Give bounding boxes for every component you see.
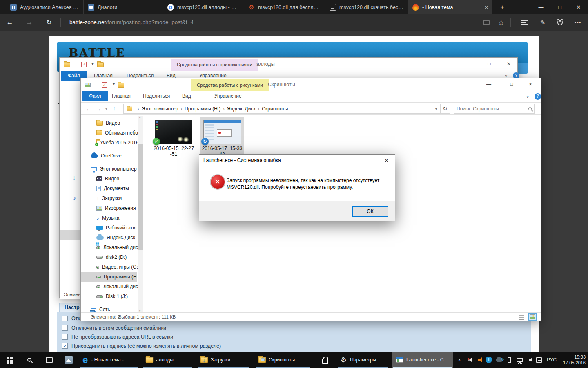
- tab-close-icon[interactable]: ✕: [484, 4, 488, 10]
- start-button[interactable]: [0, 352, 20, 368]
- browser-close-button[interactable]: ✕: [569, 0, 588, 14]
- tab-dll-site-2[interactable]: msvcp120.dll скачать беспл: [325, 0, 408, 14]
- yandex-disk-tray-icon[interactable]: [494, 352, 504, 368]
- thumbnail-view-icon[interactable]: [528, 313, 537, 321]
- tab-new-topic-active[interactable]: - Новая тема ✕: [408, 0, 492, 14]
- details-view-icon[interactable]: [519, 314, 524, 320]
- collapse-ribbon-icon[interactable]: ˅: [526, 94, 529, 99]
- task-view-button[interactable]: [39, 352, 59, 368]
- context-ribbon-label[interactable]: Средства работы с приложениями: [171, 59, 258, 71]
- taskbar-settings-button[interactable]: ⚙ Параметры: [336, 352, 389, 368]
- sidebar-item[interactable]: Видео: [81, 118, 138, 128]
- breadcrumb-item[interactable]: Программы (H:): [185, 106, 220, 112]
- browser-minimize-button[interactable]: —: [532, 0, 550, 14]
- tab-google-search[interactable]: G msvcp120.dll аллоды - Пои: [163, 0, 244, 14]
- qat-customize-icon[interactable]: ▾: [91, 61, 94, 66]
- context-ribbon-label[interactable]: Средства работы с рисунками: [191, 79, 269, 91]
- banner-search-button[interactable]: [517, 63, 528, 74]
- hub-icon[interactable]: [517, 14, 532, 31]
- breadcrumb-item[interactable]: Скриншоты: [262, 106, 288, 112]
- photos-app-button[interactable]: [59, 352, 78, 368]
- volume-app-icon[interactable]: [474, 352, 483, 368]
- tab-share[interactable]: Поделиться: [138, 91, 175, 101]
- taskbar-folder-screenshots-button[interactable]: Скриншоты: [255, 352, 311, 368]
- checkbox[interactable]: [62, 334, 68, 340]
- tab-view[interactable]: Вид: [177, 91, 196, 101]
- qat-check-icon[interactable]: ✓: [81, 62, 87, 67]
- tab-file[interactable]: Файл: [82, 91, 108, 101]
- file-thumbnail-screenshot[interactable]: [203, 120, 241, 144]
- tab-home[interactable]: Главная: [107, 91, 136, 101]
- file-name[interactable]: 2016-05-15_22-27 -51: [142, 146, 205, 157]
- language-indicator[interactable]: РУС: [545, 352, 559, 368]
- qat-new-folder-icon[interactable]: [118, 83, 124, 88]
- scroll-up-icon[interactable]: ∧: [139, 116, 141, 119]
- qat-folder-icon[interactable]: [64, 62, 70, 67]
- dialog-close-button[interactable]: ✕: [377, 155, 396, 166]
- search-box[interactable]: [454, 104, 535, 114]
- qat-customize-icon[interactable]: ▾: [113, 82, 115, 86]
- taskbar-clock[interactable]: 15:33 17.05.2016: [560, 352, 586, 368]
- muted-app-icon[interactable]: ✕: [465, 352, 474, 368]
- sidebar-item[interactable]: Видео, игры (G:: [81, 262, 138, 272]
- browser-restore-button[interactable]: □: [550, 0, 569, 14]
- nav-back-icon[interactable]: ←: [86, 105, 91, 112]
- refresh-icon[interactable]: ↻: [41, 14, 57, 31]
- minimize-button[interactable]: —: [480, 78, 498, 90]
- checkbox-checked[interactable]: ✓: [62, 343, 68, 349]
- qat-new-folder-icon[interactable]: [97, 62, 104, 67]
- close-button[interactable]: ✕: [500, 58, 518, 70]
- favorites-star-icon[interactable]: ☆: [493, 14, 509, 31]
- sidebar-item-selected[interactable]: Программы (H:: [81, 272, 138, 282]
- usb-device-icon[interactable]: [505, 352, 514, 368]
- network-tray-icon[interactable]: [514, 352, 524, 368]
- taskbar-folder-allody-button[interactable]: аллоды: [142, 352, 194, 368]
- back-icon[interactable]: ←: [2, 14, 18, 31]
- sidebar-item[interactable]: ✓Учеба 2015-2016: [81, 138, 138, 148]
- sidebar-item[interactable]: Рабочий стол: [81, 223, 138, 233]
- taskbar-edge-button[interactable]: e - Новая тема - ...: [78, 352, 140, 368]
- forward-icon[interactable]: →: [21, 14, 38, 31]
- sidebar-item[interactable]: ↓Загрузки: [81, 193, 138, 203]
- close-button[interactable]: ✕: [521, 78, 539, 90]
- ok-button[interactable]: ОК: [352, 206, 388, 217]
- nav-up-icon[interactable]: ↑: [113, 105, 116, 112]
- tab-manage[interactable]: Управление: [209, 91, 247, 101]
- sidebar-item[interactable]: Disk 1 (J:): [81, 292, 138, 301]
- nav-forward-icon[interactable]: →: [96, 105, 101, 112]
- web-note-icon[interactable]: ✎: [535, 14, 550, 31]
- breadcrumb[interactable]: › Этот компьютер › Программы (H:) › Янде…: [123, 104, 432, 114]
- url-field[interactable]: battle-zone.net/forum/posting.php?mode=p…: [69, 14, 194, 31]
- tab-dll-site-1[interactable]: ⚙ msvcp120.dll для бесплатн: [244, 0, 325, 14]
- tray-expand-icon[interactable]: ∧: [455, 352, 464, 368]
- minimize-button[interactable]: —: [458, 58, 476, 70]
- sidebar-item[interactable]: Локальный дис: [81, 242, 138, 252]
- sidebar-item-this-pc[interactable]: Этот компьютер: [81, 164, 138, 174]
- more-icon[interactable]: •••: [570, 14, 586, 31]
- checkbox[interactable]: [62, 325, 68, 331]
- action-center-icon[interactable]: [534, 352, 544, 368]
- qat-app-icon[interactable]: [85, 83, 91, 87]
- taskbar-search-button[interactable]: [20, 352, 39, 368]
- file-thumbnail-car[interactable]: [155, 120, 192, 144]
- scroll-down-icon[interactable]: ∨: [139, 309, 141, 312]
- help-icon[interactable]: ?: [535, 93, 541, 100]
- music-icon[interactable]: ♪: [73, 195, 76, 201]
- nav-history-icon[interactable]: ▾: [105, 107, 107, 111]
- sidebar-item[interactable]: Документы: [81, 184, 138, 193]
- maximize-button[interactable]: □: [503, 78, 521, 90]
- speaker-tray-icon[interactable]: [525, 352, 534, 368]
- sidebar-item[interactable]: Обнимая небо: [81, 128, 138, 138]
- search-input[interactable]: [457, 106, 528, 112]
- sidebar-item[interactable]: Локальный дис: [81, 282, 138, 292]
- address-dropdown-icon[interactable]: ▾: [432, 104, 441, 114]
- sidebar-item[interactable]: Видео: [81, 174, 138, 184]
- taskbar-launcher-button-active[interactable]: Launcher.exe - C...: [392, 352, 453, 368]
- tab-vk-audio[interactable]: Аудиозаписи Алексея Ярц: [6, 0, 84, 14]
- sidebar-item[interactable]: Яндекс.Диск: [81, 233, 138, 242]
- breadcrumb-item[interactable]: Яндекс.Диск: [227, 106, 256, 112]
- info-icon[interactable]: i: [484, 352, 493, 368]
- address-refresh-icon[interactable]: ↻: [440, 104, 450, 114]
- sidebar-item[interactable]: disk2 (D:): [81, 252, 138, 262]
- qat-check-icon[interactable]: ✓: [102, 82, 107, 88]
